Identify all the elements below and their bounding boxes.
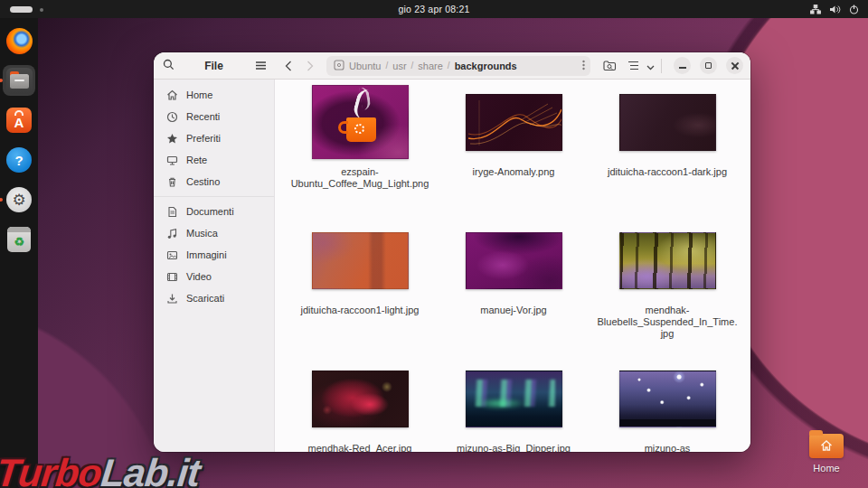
breadcrumb[interactable]: Ubuntu / usr / share / backgrounds [326, 56, 590, 76]
sidebar-item-musica[interactable]: Musica [159, 222, 269, 244]
sidebar-item-cestino[interactable]: Cestino [159, 171, 269, 192]
path-menu-icon[interactable] [582, 58, 585, 74]
file-thumbnail[interactable] [619, 232, 716, 289]
running-indicator-dot [0, 198, 3, 202]
file-item[interactable]: ezspain-Ubuntu_Coffee_Mug_Light.png [283, 83, 437, 221]
sidebar-separator [154, 196, 274, 197]
file-item[interactable]: mizuno-as [590, 360, 744, 452]
breadcrumb-separator: / [448, 61, 450, 70]
titlebar-divider [661, 59, 662, 73]
firefox-icon [6, 28, 33, 54]
sidebar-item-video[interactable]: Video [159, 266, 269, 287]
file-thumbnail[interactable] [312, 371, 409, 427]
hamburger-menu-button[interactable] [255, 58, 267, 74]
settings-gear-icon: ⚙ [6, 187, 32, 212]
file-list-area[interactable]: ezspain-Ubuntu_Coffee_Mug_Light.png [274, 80, 750, 452]
list-view-button[interactable] [623, 56, 643, 76]
drive-icon [334, 58, 344, 74]
dock-item-trash[interactable]: ♻ [3, 224, 35, 255]
file-name: mizuno-as [645, 443, 691, 452]
file-thumbnail[interactable] [466, 94, 562, 151]
running-indicator-dot [0, 79, 3, 82]
file-name: ezspain-Ubuntu_Coffee_Mug_Light.png [289, 166, 430, 190]
sidebar-item-rete[interactable]: Rete [159, 149, 269, 171]
dock-item-settings[interactable]: ⚙ [3, 184, 35, 215]
search-folder-button[interactable] [599, 56, 619, 76]
volume-icon [829, 5, 841, 14]
file-item[interactable]: manuej-Vor.jpg [437, 221, 590, 360]
sidebar-item-documenti[interactable]: Documenti [159, 201, 269, 222]
file-name: jdituicha-raccoon1-dark.jpg [608, 166, 727, 178]
file-item[interactable]: mendhak-Red_Acer.jpg [283, 360, 437, 452]
forward-button[interactable] [301, 57, 319, 75]
file-thumbnail[interactable] [619, 94, 716, 151]
dock-item-firefox[interactable] [3, 25, 35, 56]
sidebar-item-recenti[interactable]: Recenti [159, 106, 269, 127]
breadcrumb-drive[interactable]: Ubuntu [349, 61, 381, 71]
maximize-button[interactable] [700, 57, 717, 74]
help-icon: ? [6, 147, 32, 173]
file-name: manuej-Vor.jpg [480, 305, 546, 316]
file-name: iryge-Anomaly.png [473, 166, 555, 178]
file-name: jdituicha-raccoon1-light.jpg [301, 305, 420, 316]
file-item[interactable]: jdituicha-raccoon1-dark.jpg [590, 83, 744, 221]
breadcrumb-separator: / [411, 61, 414, 70]
system-tray[interactable] [810, 0, 859, 18]
top-bar: gio 23 apr 08:21 [0, 0, 868, 18]
sidebar-item-scaricati[interactable]: Scaricati [159, 287, 269, 309]
file-thumbnail[interactable] [312, 85, 409, 159]
breadcrumb-usr[interactable]: usr [392, 61, 406, 71]
file-name: mendhak-Bluebells_Suspended_In_Time.jpg [597, 305, 738, 340]
network-icon [810, 5, 821, 14]
file-thumbnail[interactable] [619, 371, 716, 427]
file-item[interactable]: jdituicha-raccoon1-light.jpg [283, 221, 437, 360]
dock-item-app-center[interactable]: A [3, 105, 35, 136]
view-options-chevron-icon[interactable] [646, 58, 655, 74]
dock-item-files[interactable] [3, 65, 35, 96]
files-window: File Ubuntu [154, 52, 750, 452]
dock: A ? ⚙ ♻ [0, 18, 38, 488]
files-icon [6, 68, 33, 94]
close-button[interactable] [726, 57, 743, 74]
turbolab-watermark: TurboLab.it [0, 451, 202, 488]
power-icon [849, 5, 859, 14]
app-center-icon: A [6, 108, 32, 133]
breadcrumb-backgrounds[interactable]: backgrounds [455, 61, 517, 71]
home-shortcut-label: Home [803, 463, 850, 474]
home-folder-icon [809, 434, 844, 458]
back-button[interactable] [279, 57, 297, 75]
file-name: mendhak-Red_Acer.jpg [308, 443, 412, 452]
breadcrumb-share[interactable]: share [418, 61, 443, 71]
file-item[interactable]: iryge-Anomaly.png [437, 83, 590, 221]
sidebar-item-immagini[interactable]: Immagini [159, 244, 269, 266]
minimize-button[interactable] [674, 57, 691, 74]
file-item[interactable]: mendhak-Bluebells_Suspended_In_Time.jpg [590, 221, 744, 360]
dock-item-help[interactable]: ? [3, 145, 35, 175]
sidebar: Home Recenti Preferiti Rete Cestino [154, 80, 274, 452]
desktop: gio 23 apr 08:21 [0, 0, 868, 488]
file-thumbnail[interactable] [466, 232, 562, 289]
breadcrumb-separator: / [385, 61, 388, 70]
trash-icon: ♻ [7, 227, 31, 252]
file-item[interactable]: mizuno-as-Big_Dipper.jpg [437, 360, 590, 452]
file-name: mizuno-as-Big_Dipper.jpg [457, 443, 571, 452]
file-thumbnail[interactable] [466, 371, 562, 427]
sidebar-item-preferiti[interactable]: Preferiti [159, 127, 269, 149]
titlebar[interactable]: File Ubuntu [154, 52, 750, 80]
desktop-home-shortcut[interactable]: Home [803, 434, 850, 474]
file-thumbnail[interactable] [312, 232, 409, 289]
sidebar-item-home[interactable]: Home [159, 84, 269, 106]
clock[interactable]: gio 23 apr 08:21 [0, 0, 868, 18]
